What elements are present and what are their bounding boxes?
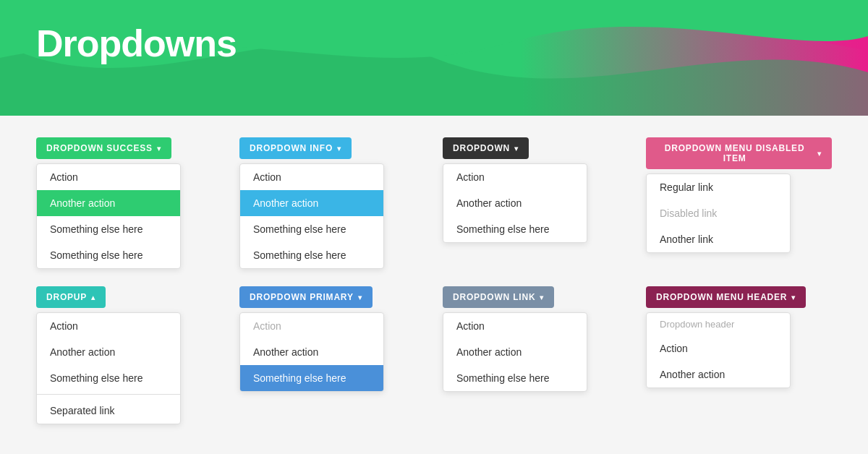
dropdown-section-header: DROPDOWN MENU HEADERDropdown headerActio… — [646, 286, 832, 424]
menu-item[interactable]: Action — [240, 164, 383, 190]
menu-item[interactable]: Another action — [443, 190, 587, 216]
dropdown-section-disabled: DROPDOWN MENU DISABLED ITEMRegular linkD… — [646, 137, 832, 269]
menu-item[interactable]: Another action — [240, 339, 383, 365]
menu-item: Action — [240, 313, 383, 339]
dropdown-btn-dropup[interactable]: DROPUP — [36, 286, 106, 308]
menu-item: Disabled link — [647, 200, 790, 226]
menu-item[interactable]: Something else here — [443, 365, 587, 391]
dropdown-btn-link[interactable]: DROPDOWN LINK — [443, 286, 554, 308]
dropdown-section-dark: DROPDOWNActionAnother actionSomething el… — [443, 137, 629, 269]
menu-item[interactable]: Something else here — [37, 216, 180, 242]
menu-item[interactable]: Something else here — [37, 242, 180, 268]
dropdown-btn-header[interactable]: DROPDOWN MENU HEADER — [646, 286, 806, 308]
menu-item[interactable]: Another action — [443, 339, 587, 365]
menu-item[interactable]: Regular link — [647, 174, 790, 200]
dropdown-menu-link: ActionAnother actionSomething else here — [443, 312, 587, 392]
dropdown-section-info: DROPDOWN INFOActionAnother actionSomethi… — [239, 137, 425, 269]
menu-item[interactable]: Another action — [37, 190, 180, 216]
dropdown-btn-info[interactable]: DROPDOWN INFO — [239, 137, 352, 159]
menu-item[interactable]: Action — [37, 164, 180, 190]
menu-item[interactable]: Another action — [37, 339, 180, 365]
menu-item[interactable]: Another link — [647, 226, 790, 252]
dropdown-btn-disabled[interactable]: DROPDOWN MENU DISABLED ITEM — [646, 137, 832, 169]
dropdown-menu-disabled: Regular linkDisabled linkAnother link — [646, 174, 791, 253]
menu-item[interactable]: Something else here — [240, 216, 383, 242]
dropdown-section-link: DROPDOWN LINKActionAnother actionSomethi… — [443, 286, 629, 424]
dropdown-menu-dropup: ActionAnother actionSomething else hereS… — [36, 312, 181, 424]
dropdown-menu-success: ActionAnother actionSomething else hereS… — [36, 163, 181, 269]
dropdown-section-primary: DROPDOWN PRIMARYActionAnother actionSome… — [239, 286, 425, 424]
menu-header: Dropdown header — [647, 313, 790, 335]
dropdown-menu-dark: ActionAnother actionSomething else here — [443, 163, 587, 243]
dropdown-btn-dark[interactable]: DROPDOWN — [443, 137, 529, 159]
menu-item[interactable]: Something else here — [240, 242, 383, 268]
menu-divider — [37, 394, 180, 395]
menu-item[interactable]: Something else here — [37, 365, 180, 391]
menu-item[interactable]: Action — [443, 164, 587, 190]
menu-item[interactable]: Action — [647, 335, 790, 361]
dropdown-btn-success[interactable]: DROPDOWN SUCCESS — [36, 137, 171, 159]
menu-item[interactable]: Something else here — [443, 216, 587, 242]
main-content: DROPDOWN SUCCESSActionAnother actionSome… — [0, 116, 868, 446]
dropdown-menu-header: Dropdown headerActionAnother action — [646, 312, 791, 388]
dropdown-btn-primary[interactable]: DROPDOWN PRIMARY — [239, 286, 373, 308]
dropdown-section-dropup: DROPUPActionAnother actionSomething else… — [36, 286, 222, 424]
menu-item[interactable]: Separated link — [37, 398, 180, 424]
dropdown-menu-info: ActionAnother actionSomething else hereS… — [239, 163, 384, 269]
dropdown-menu-primary: ActionAnother actionSomething else here — [239, 312, 384, 392]
menu-item[interactable]: Action — [443, 313, 587, 339]
dropdown-section-success: DROPDOWN SUCCESSActionAnother actionSome… — [36, 137, 222, 269]
menu-item[interactable]: Another action — [647, 361, 790, 387]
hero-section: Dropdowns — [0, 0, 868, 116]
menu-item[interactable]: Another action — [240, 190, 383, 216]
page-title: Dropdowns — [36, 22, 237, 65]
menu-item[interactable]: Something else here — [240, 365, 383, 391]
menu-item[interactable]: Action — [37, 313, 180, 339]
